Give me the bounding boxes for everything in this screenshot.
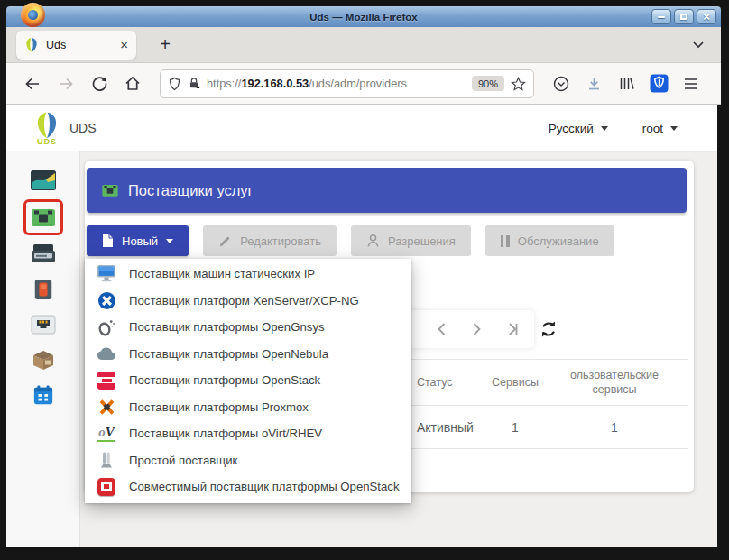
opennebula-icon: [96, 346, 117, 361]
app-header: UDS UDS Русский root: [6, 105, 717, 152]
menu-item-opengnsys[interactable]: Поставщик платформы OpenGnsys: [85, 314, 411, 341]
url-bar[interactable]: https://192.168.0.53/uds/adm/providers 9…: [160, 69, 534, 98]
maintenance-button-label: Обслуживание: [518, 234, 599, 248]
page-viewport: UDS UDS Русский root: [6, 105, 717, 547]
uds-logo-text: UDS: [37, 137, 57, 146]
sidebar-item-connectivity[interactable]: [28, 312, 59, 337]
list-tabs-chevron-icon[interactable]: [692, 38, 705, 54]
pencil-icon: [218, 234, 232, 248]
proxmox-icon: [96, 399, 117, 416]
person-icon: [366, 234, 380, 248]
toolbar-buttons: Новый Редактировать Ра: [87, 225, 614, 256]
last-page-icon[interactable]: [503, 321, 521, 337]
workspace: Поставщики услуг Новый Редакт: [6, 151, 717, 547]
menu-item-label: Простой поставщик: [129, 454, 237, 467]
column-header-user-services[interactable]: ользовательские сервисы: [547, 368, 682, 398]
close-button[interactable]: ×: [697, 9, 716, 24]
static-ip-machines-icon: [96, 264, 117, 283]
openstack-compat-icon: [96, 478, 117, 496]
downloads-icon[interactable]: [580, 70, 607, 97]
new-document-icon: [102, 234, 114, 248]
brand-label: UDS: [69, 121, 97, 135]
new-tab-button[interactable]: +: [152, 32, 178, 58]
service-providers-icon: [101, 182, 119, 198]
url-text: https://192.168.0.53/uds/adm/providers: [207, 77, 466, 90]
previous-page-icon[interactable]: [433, 321, 451, 337]
menu-hamburger-icon[interactable]: [678, 70, 705, 97]
tracking-shield-icon[interactable]: [168, 77, 181, 91]
forward-button[interactable]: [52, 70, 79, 97]
page-header: Поставщики услуг: [87, 168, 687, 213]
pocket-icon[interactable]: [548, 70, 575, 97]
authenticators-icon: [30, 243, 57, 265]
openstack-icon: [96, 372, 117, 390]
zoom-level-badge[interactable]: 90%: [472, 76, 504, 91]
sidebar-item-calendar[interactable]: [28, 382, 59, 408]
sidebar-item-pools[interactable]: [28, 347, 59, 372]
reload-button[interactable]: [86, 70, 113, 97]
home-button[interactable]: [119, 70, 146, 97]
back-button[interactable]: [19, 70, 46, 97]
edit-button-label: Редактировать: [240, 234, 321, 248]
language-dropdown[interactable]: Русский: [549, 122, 608, 135]
menu-item-simple-provider[interactable]: Простой поставщик: [85, 447, 411, 474]
menu-item-ovirt[interactable]: oV Поставщик платформы oVirt/RHEV: [85, 420, 411, 447]
refresh-button[interactable]: [538, 318, 559, 340]
maximize-icon: [680, 14, 687, 20]
bitwarden-extension-icon[interactable]: [645, 70, 672, 97]
menu-item-label: Поставщик платформ XenServer/XCP-NG: [129, 294, 359, 308]
sidebar-item-os-managers[interactable]: [28, 277, 59, 302]
edit-button[interactable]: Редактировать: [203, 225, 337, 256]
page-title: Поставщики услуг: [128, 182, 254, 199]
column-header-services[interactable]: Сервисы: [484, 375, 547, 390]
dashboard-icon: [30, 170, 57, 191]
cell-status: Активный: [402, 420, 484, 435]
maintenance-button[interactable]: Обслуживание: [485, 225, 614, 256]
window-title: Uds — Mozilla Firefox: [6, 12, 721, 23]
tab-close-icon[interactable]: ×: [120, 38, 128, 51]
maximize-button[interactable]: [674, 9, 694, 24]
bookmark-star-icon[interactable]: [511, 77, 526, 91]
menu-item-label: Поставщик платформы OpenStack: [129, 373, 320, 387]
menu-item-xenserver[interactable]: Поставщик платформ XenServer/XCP-NG: [85, 288, 411, 315]
opengnsys-icon: [96, 317, 117, 337]
sidebar-item-dashboard[interactable]: [28, 168, 59, 193]
window-titlebar[interactable]: Uds — Mozilla Firefox ×: [6, 6, 721, 27]
sidebar-item-service-providers[interactable]: [28, 205, 59, 230]
lock-warning-icon[interactable]: [188, 77, 200, 90]
menu-item-opennebula[interactable]: Поставщик платформы OpenNebula: [85, 341, 411, 368]
menu-item-label: Поставщик платформы Proxmox: [129, 400, 309, 414]
table-row[interactable]: Активный 1 1: [402, 405, 688, 449]
chevron-down-icon: [601, 126, 608, 131]
uds-logo-icon: [34, 111, 60, 140]
minimize-icon: [658, 16, 665, 18]
user-label: root: [642, 122, 663, 135]
sidebar-item-authenticators[interactable]: [28, 242, 59, 267]
menu-item-proxmox[interactable]: Поставщик платформы Proxmox: [85, 394, 411, 421]
active-item-highlight: [23, 199, 63, 235]
menu-item-openstack[interactable]: Поставщик платформы OpenStack: [85, 367, 411, 394]
permissions-button[interactable]: Разрешения: [351, 225, 471, 256]
chevron-down-icon: [166, 239, 173, 243]
connectivity-icon: [31, 313, 56, 336]
next-page-icon[interactable]: [467, 321, 485, 337]
menu-item-static-ip[interactable]: Поставщик машин статических IP: [85, 261, 411, 288]
pause-icon: [501, 235, 510, 247]
user-dropdown[interactable]: root: [642, 122, 678, 135]
cell-user-services: 1: [547, 420, 682, 435]
minimize-button[interactable]: [651, 9, 671, 24]
tab-title: Uds: [46, 39, 113, 51]
close-icon: ×: [703, 11, 710, 23]
new-button[interactable]: Новый: [87, 225, 189, 256]
menu-item-label: Поставщик машин статических IP: [129, 267, 315, 280]
table-header-row: Статус Сервисы ользовательские сервисы: [402, 360, 688, 405]
menu-item-openstack-compat[interactable]: Совместимый поставщик платформы OpenStac…: [85, 473, 411, 500]
menu-item-label: Поставщик платформы oVirt/RHEV: [129, 427, 322, 440]
tab-uds[interactable]: Uds ×: [16, 31, 136, 60]
library-icon[interactable]: [613, 70, 640, 97]
uds-logo[interactable]: UDS: [28, 111, 66, 146]
column-header-status[interactable]: Статус: [402, 375, 484, 390]
os-managers-icon: [32, 278, 54, 301]
calendar-icon: [32, 383, 54, 407]
xenserver-icon: [96, 291, 117, 310]
